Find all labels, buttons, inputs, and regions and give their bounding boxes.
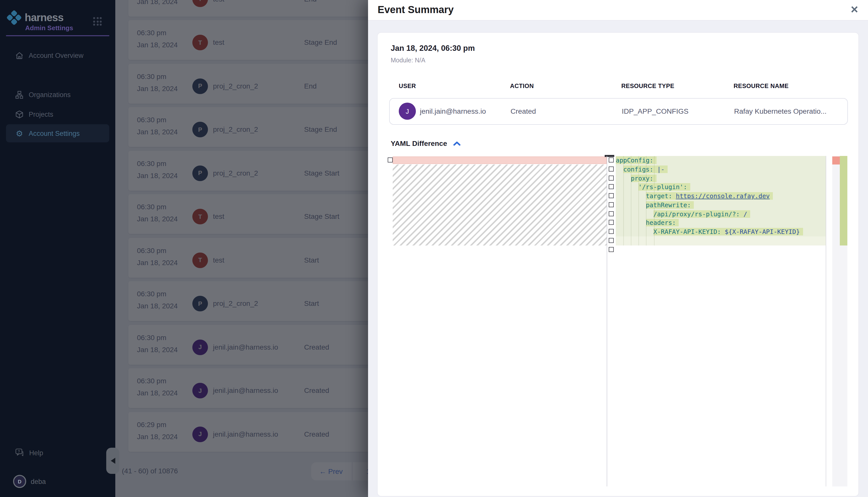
indent-guide bbox=[639, 156, 639, 245]
screen: harness Admin Settings Account Overview … bbox=[0, 0, 868, 497]
col-header-resource-name: RESOURCE NAME bbox=[733, 83, 789, 89]
diff-fold-marker[interactable] bbox=[388, 157, 393, 162]
sidebar-item-label: Account Overview bbox=[29, 52, 84, 59]
yaml-diff-viewer: appConfig: configs: |- proxy: '/rs-plugi… bbox=[388, 156, 854, 486]
event-datetime: Jan 18, 2024, 06:30 pm bbox=[391, 44, 475, 53]
cube-icon bbox=[15, 110, 24, 118]
sidebar-item-label: Projects bbox=[29, 110, 53, 118]
harness-logo-icon bbox=[6, 10, 22, 25]
code-line: configs: |- bbox=[616, 165, 826, 174]
brand-name: harness bbox=[25, 12, 64, 24]
sidebar-item-label: Account Settings bbox=[29, 129, 80, 137]
drawer-header: Event Summary × bbox=[368, 0, 868, 20]
diff-fold-marker[interactable] bbox=[609, 229, 614, 234]
cell-resource-name: Rafay Kubernetes Operatio... bbox=[734, 107, 827, 115]
user-avatar: D bbox=[13, 475, 26, 488]
cell-user: jenil.jain@harness.io bbox=[420, 107, 486, 115]
cell-resource-type: IDP_APP_CONFIGS bbox=[622, 107, 689, 115]
collapse-arrow-icon bbox=[111, 458, 115, 464]
diff-added-pane: appConfig: configs: |- proxy: '/rs-plugi… bbox=[616, 156, 826, 486]
indent-guide bbox=[623, 156, 624, 245]
avatar: J bbox=[399, 103, 416, 120]
indent-guide bbox=[654, 156, 654, 245]
brand: harness bbox=[6, 10, 64, 25]
code-line-empty bbox=[616, 237, 826, 245]
sidebar-collapse-button[interactable] bbox=[106, 448, 119, 474]
sidebar-help[interactable]: ? Help bbox=[15, 448, 43, 457]
diff-divider bbox=[607, 156, 607, 486]
sidebar-item-account-settings[interactable]: ⚙ Account Settings bbox=[6, 124, 109, 142]
col-header-user: USER bbox=[399, 83, 416, 89]
event-summary-drawer: Event Summary × Jan 18, 2024, 06:30 pm M… bbox=[368, 0, 868, 497]
diff-code-border bbox=[826, 156, 826, 486]
code-line: appConfig: bbox=[616, 156, 826, 165]
code-line: headers: bbox=[616, 218, 826, 228]
help-label: Help bbox=[29, 449, 43, 456]
diff-fold-marker[interactable] bbox=[609, 202, 614, 207]
cell-action: Created bbox=[511, 107, 536, 115]
diff-fold-marker[interactable] bbox=[609, 247, 614, 252]
sidebar-item-projects[interactable]: Projects bbox=[6, 105, 109, 123]
sidebar-item-label: Organizations bbox=[29, 91, 71, 98]
home-icon bbox=[15, 51, 24, 60]
diff-removed-line bbox=[393, 156, 607, 164]
org-chart-icon bbox=[15, 90, 24, 99]
brand-subtitle: Admin Settings bbox=[25, 24, 73, 32]
sidebar-user[interactable]: D deba bbox=[13, 475, 46, 488]
diff-fold-marker[interactable] bbox=[609, 175, 614, 180]
event-card: Jan 18, 2024, 06:30 pm Module: N/A USER … bbox=[377, 32, 859, 497]
diff-fold-marker[interactable] bbox=[609, 220, 614, 225]
close-icon[interactable]: × bbox=[847, 1, 862, 17]
col-header-resource-type: RESOURCE TYPE bbox=[621, 83, 674, 89]
apps-grid-icon[interactable] bbox=[93, 17, 102, 26]
indent-guide bbox=[631, 156, 631, 245]
code-line: X-RAFAY-API-KEYID: ${X-RAFAY-API-KEYID} bbox=[616, 227, 826, 237]
col-header-action: ACTION bbox=[510, 83, 534, 89]
diff-fold-marker[interactable] bbox=[609, 157, 614, 162]
diff-fold-marker[interactable] bbox=[609, 238, 614, 243]
sidebar-item-account-overview[interactable]: Account Overview bbox=[6, 46, 109, 65]
diff-fold-marker[interactable] bbox=[609, 167, 614, 172]
code-line: target: https://console.rafay.dev bbox=[616, 191, 826, 201]
gear-icon: ⚙ bbox=[15, 129, 24, 138]
event-module: Module: N/A bbox=[391, 57, 425, 64]
diff-empty-hatch bbox=[393, 165, 607, 245]
indent-guide bbox=[646, 156, 647, 245]
diff-overview-ruler[interactable] bbox=[832, 156, 848, 486]
ruler-removed-mark bbox=[832, 156, 840, 165]
event-table-row[interactable]: J jenil.jain@harness.io Created IDP_APP_… bbox=[389, 98, 848, 125]
diff-fold-marker[interactable] bbox=[609, 193, 614, 198]
help-chat-icon: ? bbox=[15, 448, 24, 457]
diff-split-sash[interactable] bbox=[605, 155, 614, 157]
yaml-difference-label: YAML Difference bbox=[391, 139, 447, 147]
drawer-title: Event Summary bbox=[377, 4, 454, 16]
sidebar-item-organizations[interactable]: Organizations bbox=[6, 86, 109, 104]
ruler-added-mark bbox=[840, 156, 848, 245]
code-line: proxy: bbox=[616, 174, 826, 183]
diff-fold-marker[interactable] bbox=[609, 211, 614, 216]
svg-text:?: ? bbox=[18, 450, 20, 454]
yaml-code-block: appConfig: configs: |- proxy: '/rs-plugi… bbox=[616, 156, 826, 245]
sidebar: harness Admin Settings Account Overview … bbox=[0, 0, 115, 497]
code-line: /api/proxy/rs-plugin/?: / bbox=[616, 210, 826, 218]
code-line: pathRewrite: bbox=[616, 201, 826, 210]
code-line: '/rs-plugin': bbox=[616, 183, 826, 192]
user-name: deba bbox=[31, 478, 46, 485]
sidebar-divider bbox=[6, 35, 109, 36]
chevron-up-icon[interactable] bbox=[453, 141, 461, 146]
diff-fold-marker[interactable] bbox=[609, 184, 614, 189]
